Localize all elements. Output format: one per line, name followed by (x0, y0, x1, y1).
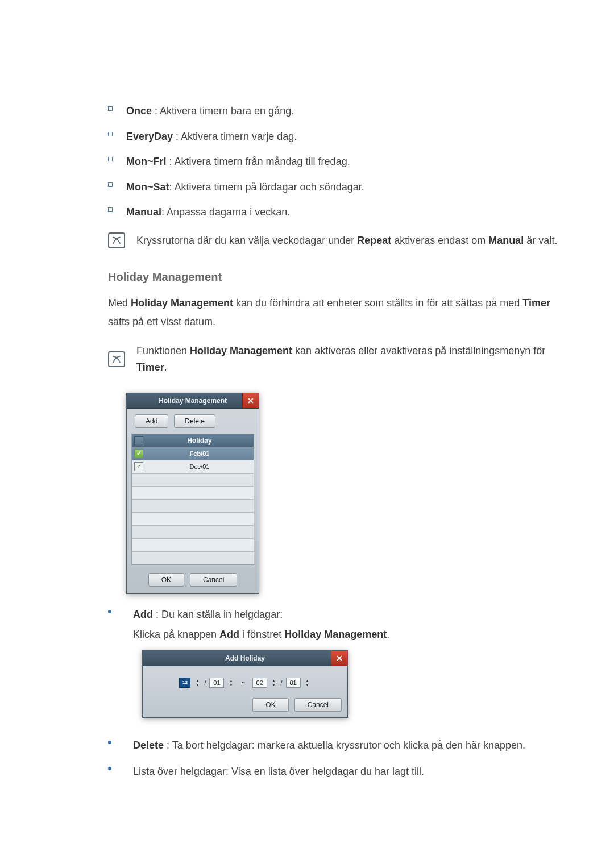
header-check-cell[interactable] (132, 436, 146, 445)
spinner-icon[interactable]: ▲▼ (194, 678, 201, 687)
dialog-buttons: OK Cancel (148, 698, 342, 712)
ok-button[interactable]: OK (148, 573, 184, 587)
grid-row-empty (132, 486, 254, 499)
slash: / (281, 679, 283, 686)
square-bullet-icon (108, 157, 113, 161)
repeat-option: Once : Aktivera timern bara en gång. (108, 102, 574, 120)
dialog-title: Holiday Management (159, 397, 227, 405)
holiday-grid: Holiday ✓ Feb/01 ✓ Dec/01 (131, 434, 254, 565)
grid-row-empty (132, 538, 254, 551)
from-month-field[interactable]: 01 (209, 678, 224, 688)
grid-row-empty (132, 473, 254, 486)
bullet-text: Lista över helgdagar: Visa en lista över… (133, 762, 574, 780)
dialog-titlebar: Holiday Management ✕ (127, 393, 259, 409)
holiday-management-dialog: Holiday Management ✕ Add Delete Holiday … (126, 393, 259, 594)
delete-button[interactable]: Delete (174, 414, 215, 428)
grid-row[interactable]: ✓ Feb/01 (132, 447, 254, 460)
option-text: Once : Aktivera timern bara en gång. (126, 102, 294, 120)
repeat-option: Mon~Fri : Aktivera timern från måndag ti… (108, 153, 574, 171)
holiday-cell: Feb/01 (146, 450, 254, 457)
bullet-list: Lista över helgdagar: Visa en lista över… (108, 762, 574, 780)
bullet-text: Add : Du kan ställa in helgdagar: (133, 605, 574, 624)
spinner-icon[interactable]: ▲▼ (227, 678, 234, 687)
repeat-option: Manual: Anpassa dagarna i veckan. (108, 203, 574, 221)
ok-button[interactable]: OK (252, 698, 288, 712)
grid-row-empty (132, 499, 254, 512)
option-text: Mon~Fri : Aktivera timern från måndag ti… (126, 153, 350, 171)
section-heading: Holiday Management (108, 271, 574, 284)
dialog-titlebar: Add Holiday ✕ (143, 651, 347, 666)
repeat-options-list: Once : Aktivera timern bara en gång. Eve… (108, 102, 574, 221)
date-range-row: 12 ▲▼ / 01 ▲▼ ~ 02 ▲▼ / 01 ▲▼ (148, 674, 342, 698)
hm-paragraph: Med Holiday Management kan du förhindra … (108, 294, 574, 332)
bullet-text: Delete : Ta bort helgdagar: markera aktu… (133, 736, 574, 754)
grid-header: Holiday (132, 434, 254, 447)
note-row: Funktionen Holiday Management kan aktive… (108, 343, 574, 376)
note-icon (108, 351, 125, 367)
option-text: EveryDay : Aktivera timern varje dag. (126, 128, 297, 146)
note-text: Funktionen Holiday Management kan aktive… (136, 343, 574, 376)
bullet-subtext: Klicka på knappen Add i fönstret Holiday… (133, 625, 574, 644)
to-day-field[interactable]: 01 (286, 678, 301, 688)
grid-row-empty (132, 551, 254, 564)
square-bullet-icon (108, 207, 113, 212)
dot-bullet-icon (108, 767, 111, 770)
bullet-delete: Delete : Ta bort helgdagar: markera aktu… (108, 736, 574, 754)
cancel-button[interactable]: Cancel (190, 573, 237, 587)
spinner-icon[interactable]: ▲▼ (271, 678, 277, 687)
note-row: Kryssrutorna där du kan välja veckodagar… (108, 232, 574, 249)
grid-row-empty (132, 512, 254, 525)
row-checkbox[interactable]: ✓ (134, 462, 143, 471)
dialog-body: Add Delete Holiday ✓ Feb/01 ✓ Dec/01 (127, 409, 259, 593)
grid-row[interactable]: ✓ Dec/01 (132, 460, 254, 473)
to-month-field[interactable]: 02 (252, 678, 267, 688)
bullet-add: Add : Du kan ställa in helgdagar: Klicka… (108, 605, 574, 728)
close-button[interactable]: ✕ (242, 393, 259, 408)
range-separator: ~ (238, 679, 248, 687)
repeat-option: EveryDay : Aktivera timern varje dag. (108, 128, 574, 146)
dialog-buttons: OK Cancel (131, 573, 254, 587)
square-bullet-icon (108, 106, 113, 111)
feature-bullets: Add : Du kan ställa in helgdagar: Klicka… (108, 605, 574, 780)
dot-bullet-icon (108, 741, 111, 744)
add-holiday-dialog: Add Holiday ✕ 12 ▲▼ / 01 ▲▼ ~ 02 ▲▼ (142, 650, 348, 718)
option-text: Manual: Anpassa dagarna i veckan. (126, 203, 290, 221)
calendar-icon[interactable]: 12 (179, 678, 190, 688)
square-bullet-icon (108, 182, 113, 187)
square-bullet-icon (108, 132, 113, 136)
dialog-title: Add Holiday (225, 654, 265, 662)
toolbar: Add Delete (131, 414, 254, 428)
close-button[interactable]: ✕ (331, 651, 347, 666)
note-text: Kryssrutorna där du kan välja veckodagar… (136, 232, 557, 249)
row-checkbox[interactable]: ✓ (134, 449, 143, 458)
note-icon (108, 232, 125, 248)
header-holiday: Holiday (146, 437, 254, 445)
dialog-body: 12 ▲▼ / 01 ▲▼ ~ 02 ▲▼ / 01 ▲▼ (143, 666, 347, 717)
grid-row-empty (132, 525, 254, 538)
dot-bullet-icon (108, 610, 111, 613)
holiday-cell: Dec/01 (146, 463, 254, 470)
cancel-button[interactable]: Cancel (294, 698, 342, 712)
add-button[interactable]: Add (135, 414, 168, 428)
repeat-option: Mon~Sat: Aktivera timern på lördagar och… (108, 178, 574, 196)
slash: / (204, 679, 206, 686)
option-text: Mon~Sat: Aktivera timern på lördagar och… (126, 178, 364, 196)
spinner-icon[interactable]: ▲▼ (304, 678, 311, 687)
